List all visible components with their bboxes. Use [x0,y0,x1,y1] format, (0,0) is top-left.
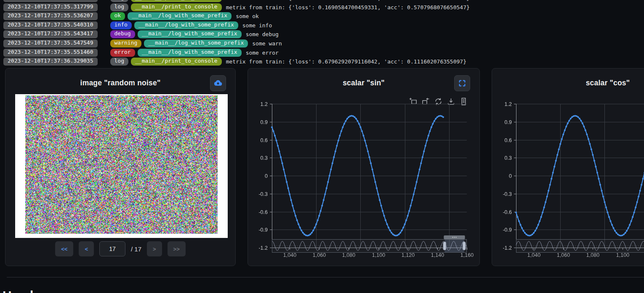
card-title: scalar "sin" [248,79,479,87]
log-row: 2023-12-10T17:37:36.329035log__main__/pr… [3,58,643,66]
sin-chart-card: scalar "sin" [247,68,480,266]
log-row: 2023-12-10T17:37:35.317799log__main__/pr… [3,3,643,11]
page-last-button[interactable]: >> [168,241,186,256]
log-row: 2023-12-10T17:37:35.551460error__main__/… [3,49,643,57]
section-divider [7,277,644,277]
cloud-download-icon [213,79,223,88]
log-message: metrix from train: {'loss': 0.1690584700… [226,3,470,11]
prefix-badge: __main__/log_with_some_prefix [138,30,242,38]
log-message: some debug [246,30,279,38]
level-badge: log [110,0,128,2]
pagination: << < / 17 > >> [5,241,235,256]
cards-row: image "random noise" << < / 17 > >> scal… [5,68,644,266]
prefix-badge: __main__/print_to_console [131,0,222,2]
prefix-badge: __main__/log_with_some_prefix [134,21,238,29]
log-row: 2023-12-10T17:37:35.547549warning__main_… [3,40,643,48]
timestamp-badge: 2023-12-10T17:37:35.547549 [3,40,98,48]
prefix-badge: __main__/log_with_some_prefix [144,40,248,48]
log-row: 2023-12-10T17:37:35.536207ok__main__/log… [3,12,643,20]
log-message: some info [242,21,272,29]
log-row: 2023-12-10T17:37:35.540310info__main__/l… [3,21,643,29]
timestamp-badge: 2023-12-10T17:37:35.317799 [3,3,98,11]
page-first-button[interactable]: << [55,241,73,256]
timestamp-badge: 2023-12-10T17:37:36.329035 [3,58,98,66]
log-message: some ok [236,12,259,20]
level-badge: warning [110,40,142,48]
page-total-label: / 17 [131,245,141,253]
prefix-badge: __main__/log_with_some_prefix [128,12,232,20]
timestamp-badge: 2023-12-10T17:37:35.536207 [3,12,98,20]
level-badge: info [110,21,132,29]
log-row-clipped: 2023-12-10T17:37:35.317799log__main__/pr… [3,0,643,2]
timestamp-badge: 2023-12-10T17:37:35.317799 [3,0,98,2]
noise-image [25,95,218,234]
log-section: 2023-12-10T17:37:35.317799log__main__/pr… [3,0,643,67]
log-message: some warn [252,40,282,48]
bottom-heading: Head [3,288,33,293]
cos-chart-card: scalar "cos" [492,68,644,266]
log-row: 2023-12-10T17:37:35.543417debug__main__/… [3,30,643,38]
expand-button[interactable] [454,75,470,91]
timestamp-badge: 2023-12-10T17:37:35.543417 [3,30,98,38]
prefix-badge: __main__/print_to_console [131,58,222,66]
prefix-badge: __main__/log_with_some_prefix [138,49,242,57]
log-message: some error [246,49,279,57]
timestamp-badge: 2023-12-10T17:37:35.540310 [3,21,98,29]
image-card: image "random noise" << < / 17 > >> [5,68,236,266]
prefix-badge: __main__/print_to_console [131,3,222,11]
noise-image-frame [15,94,228,238]
page-prev-button[interactable]: < [79,241,94,256]
log-message: metrix from train: {'loss': 0.1690584700… [226,0,470,2]
fullscreen-icon [458,79,466,87]
level-badge: log [110,3,128,11]
level-badge: error [110,49,135,57]
card-title: scalar "cos" [492,79,644,87]
download-button[interactable] [210,75,226,91]
cos-chart-plot[interactable] [492,92,644,264]
card-title: image "random noise" [5,79,235,87]
sin-chart-plot[interactable] [248,92,479,264]
page-next-button[interactable]: > [147,241,162,256]
log-message: metrix from train: {'loss': 0.6796292079… [226,58,466,66]
level-badge: debug [110,30,135,38]
page-number-input[interactable] [99,241,125,256]
timestamp-badge: 2023-12-10T17:37:35.551460 [3,49,98,57]
level-badge: ok [110,12,125,20]
level-badge: log [110,58,128,66]
